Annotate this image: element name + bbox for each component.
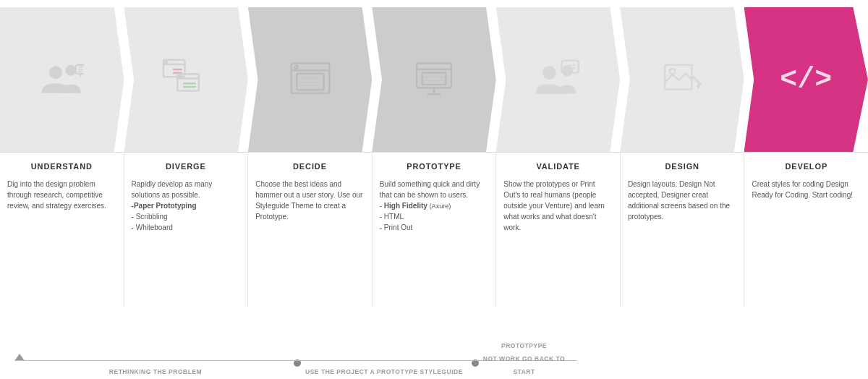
col-develop: DEVELOP Creat styles for coding Design R… bbox=[744, 153, 868, 307]
code-icon: </> bbox=[780, 64, 832, 96]
feedback-row: RETHINKING THE PROBLEM USE THE PROJECT A… bbox=[0, 310, 868, 379]
chat-people-icon bbox=[532, 54, 583, 105]
step-design bbox=[620, 7, 744, 152]
body-prototype: Build something quick and dirty that can… bbox=[380, 179, 489, 234]
monitor-icon bbox=[412, 58, 456, 101]
col-diverge: DIVERGE Rapidly develop as many solution… bbox=[124, 153, 249, 307]
windows-icon bbox=[161, 54, 211, 105]
svg-point-27 bbox=[542, 66, 556, 80]
label-styleguide: USE THE PROJECT A PROTOTYPE STYLEGUIDE bbox=[294, 364, 475, 377]
people-icon bbox=[41, 58, 84, 101]
design-process-diagram: </> UNDERSTAND Dig into the design probl… bbox=[0, 7, 868, 379]
col-design: DESIGN Design layouts. Design Not accept… bbox=[621, 153, 745, 307]
title-understand: UNDERSTAND bbox=[7, 161, 116, 173]
content-row: UNDERSTAND Dig into the design problem t… bbox=[0, 152, 868, 307]
step-understand bbox=[0, 7, 124, 152]
step-validate bbox=[496, 7, 620, 152]
process-banner: </> bbox=[0, 7, 868, 152]
title-design: DESIGN bbox=[628, 161, 737, 173]
body-decide: Choose the best ideas and hammer out a u… bbox=[255, 179, 365, 222]
title-diverge: DIVERGE bbox=[132, 161, 241, 173]
label-back: PROTOTPYPE NOT WORK GO BACK TO START bbox=[472, 338, 576, 377]
line-styleguide bbox=[294, 360, 475, 361]
body-diverge: Rapidly develop as many solutions as pos… bbox=[132, 179, 241, 233]
browser-icon bbox=[289, 58, 332, 101]
col-understand: UNDERSTAND Dig into the design problem t… bbox=[0, 153, 124, 307]
line-rethinking bbox=[14, 360, 297, 361]
step-develop: </> bbox=[744, 7, 868, 152]
svg-point-5 bbox=[165, 61, 167, 63]
col-decide: DECIDE Choose the best ideas and hammer … bbox=[248, 153, 373, 307]
body-understand: Dig into the design problem through rese… bbox=[7, 179, 116, 211]
label-rethinking: RETHINKING THE PROBLEM bbox=[14, 364, 297, 377]
body-design: Design layouts. Design Not accepted, Des… bbox=[628, 179, 737, 222]
col-validate: VALIDATE Show the prototypes or Print Ou… bbox=[496, 153, 621, 307]
title-validate: VALIDATE bbox=[503, 161, 613, 173]
svg-line-34 bbox=[693, 77, 701, 85]
body-validate: Show the prototypes or Print Out's to re… bbox=[503, 179, 613, 233]
col-prototype: PROTOTYPE Build something quick and dirt… bbox=[373, 153, 497, 307]
svg-point-0 bbox=[49, 66, 62, 79]
step-decide bbox=[248, 7, 372, 152]
svg-rect-22 bbox=[422, 72, 446, 85]
step-diverge bbox=[124, 7, 247, 152]
title-prototype: PROTOTYPE bbox=[380, 161, 489, 173]
image-edit-icon bbox=[660, 58, 704, 101]
body-develop: Creat styles for coding Design Ready for… bbox=[752, 179, 861, 200]
svg-point-15 bbox=[294, 66, 298, 69]
step-prototype bbox=[372, 7, 495, 152]
title-decide: DECIDE bbox=[255, 161, 365, 173]
title-develop: DEVELOP bbox=[752, 161, 861, 173]
svg-point-10 bbox=[179, 75, 182, 77]
svg-point-1 bbox=[65, 65, 76, 76]
svg-point-33 bbox=[670, 69, 676, 74]
